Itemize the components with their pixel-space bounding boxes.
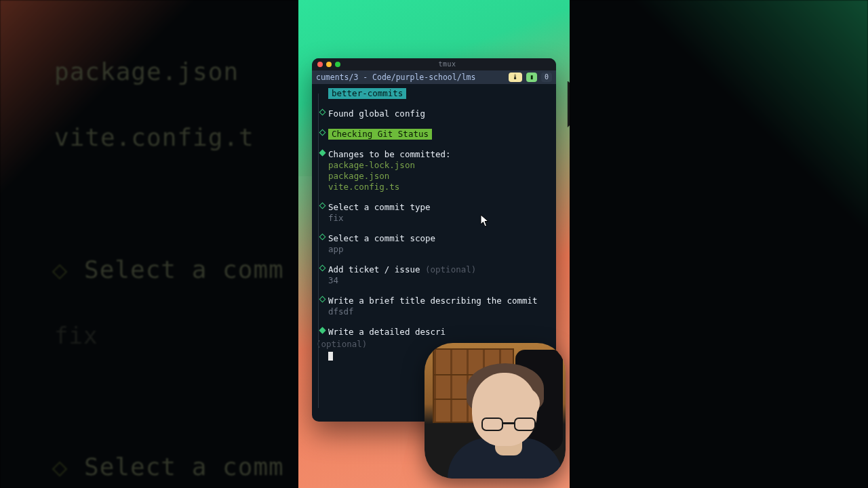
optional-hint: (optional): [425, 264, 476, 274]
diamond-icon: [319, 150, 326, 157]
tmux-status-bar: cuments/3 - Code/purple-school/lms 🌡 ▮ 0: [312, 70, 556, 84]
diamond-icon: [52, 264, 68, 279]
prompt-answer: fix: [328, 213, 551, 224]
background-text-left: package.json vite.config.t Select a comm…: [54, 0, 284, 488]
step-ticket: Add ticket / issue (optional) 34: [316, 264, 551, 286]
tool-name-badge: better-commits: [328, 88, 406, 99]
webcam-overlay: [425, 343, 566, 479]
step-title: Write a brief title describing the commi…: [316, 296, 551, 317]
prompt-label: Add ticket / issue: [328, 264, 420, 274]
diamond-icon: [319, 327, 326, 334]
center-strip: tmux cuments/3 - Code/purple-school/lms …: [298, 0, 570, 488]
tmux-session-index: 0: [541, 73, 552, 82]
diamond-icon: [319, 203, 326, 209]
close-icon[interactable]: [317, 62, 323, 67]
tree-guide-line: [318, 94, 319, 408]
window-title: tmux: [344, 60, 551, 69]
diamond-icon: [319, 109, 326, 116]
prompt-answer: 34: [328, 275, 551, 286]
diamond-icon: [319, 296, 326, 303]
diamond-icon: [319, 234, 326, 241]
changes-header: Changes to be committed:: [328, 149, 551, 160]
diamond-icon: [319, 129, 326, 136]
changed-file: vite.config.ts: [328, 182, 551, 192]
background-right: it type the commit: [570, 0, 868, 488]
step-changes-header: Changes to be committed: package-lock.js…: [316, 149, 551, 192]
step-label: Found global config: [328, 108, 425, 119]
cursor-icon: [480, 214, 490, 228]
prompt-label: Select a commit scope: [328, 233, 551, 244]
optional-hint: (optional): [316, 339, 367, 349]
person-head: [472, 373, 537, 446]
bg-line: package.json: [54, 58, 239, 85]
bg-line: Select a comm: [84, 453, 284, 481]
step-checking-status: Checking Git Status: [316, 129, 551, 140]
bg-line: vite.config.t: [54, 123, 254, 151]
text-cursor: [328, 352, 333, 361]
temperature-icon: 🌡: [509, 73, 522, 82]
step-description[interactable]: Write a detailed descri: [316, 327, 551, 338]
step-commit-scope: Select a commit scope app: [316, 233, 551, 255]
step-found-config: Found global config: [316, 108, 551, 119]
bg-line: Select a comm: [84, 256, 284, 283]
battery-icon: ▮: [526, 73, 537, 82]
step-commit-type: Select a commit type fix: [316, 202, 551, 224]
status-badge: Checking Git Status: [328, 129, 432, 140]
prompt-label: Select a commit type: [328, 202, 551, 213]
minimize-icon[interactable]: [326, 62, 332, 67]
prompt-answer: dfsdf: [328, 306, 551, 317]
background-left: package.json vite.config.t Select a comm…: [0, 0, 298, 488]
prompt-label: Write a brief title describing the commi…: [328, 296, 551, 306]
diamond-icon: [319, 265, 326, 272]
changed-file: package.json: [328, 171, 551, 182]
prompt-answer: app: [328, 244, 551, 255]
maximize-icon[interactable]: [335, 62, 340, 67]
tool-banner-row: better-commits: [316, 88, 551, 99]
cursor-icon-large: [566, 81, 570, 133]
window-titlebar[interactable]: tmux: [312, 58, 556, 70]
prompt-label: Write a detailed descri: [328, 327, 446, 337]
tmux-path: cuments/3 - Code/purple-school/lms: [316, 73, 505, 83]
changed-file: package-lock.json: [328, 160, 551, 171]
bg-line: fix: [54, 322, 98, 349]
glasses-icon: [481, 418, 536, 432]
diamond-icon: [52, 462, 68, 477]
